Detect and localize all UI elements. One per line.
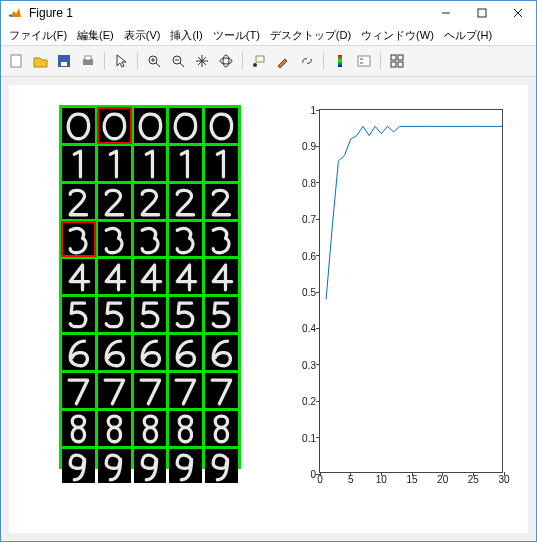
digit-cell	[62, 259, 95, 294]
digit-cell	[169, 335, 202, 370]
digit-cell	[98, 184, 131, 219]
digit-cell	[62, 411, 95, 446]
layout-button[interactable]	[386, 50, 408, 72]
digit-cell	[205, 184, 238, 219]
window-title: Figure 1	[29, 6, 428, 20]
toolbar-separator	[104, 52, 105, 70]
digit-cell	[205, 259, 238, 294]
toolbar-separator	[242, 52, 243, 70]
menu-bar: ファイル(F) 編集(E) 表示(V) 挿入(I) ツール(T) デスクトップ(…	[1, 25, 536, 45]
digit-cell	[98, 335, 131, 370]
digit-cell	[134, 335, 167, 370]
menu-help[interactable]: ヘルプ(H)	[440, 26, 496, 45]
xtick-label: 5	[348, 472, 354, 485]
digit-cell	[98, 411, 131, 446]
ytick-label: 0.6	[302, 250, 320, 261]
brush-button[interactable]	[272, 50, 294, 72]
zoom-out-button[interactable]	[167, 50, 189, 72]
digit-cell	[205, 146, 238, 181]
digit-cell	[169, 259, 202, 294]
svg-rect-16	[391, 62, 396, 67]
svg-point-11	[253, 63, 257, 67]
ytick-label: 0.5	[302, 287, 320, 298]
svg-rect-13	[358, 56, 370, 66]
digit-cell	[134, 184, 167, 219]
plot-line	[320, 110, 502, 472]
digit-cell	[169, 411, 202, 446]
menu-window[interactable]: ウィンドウ(W)	[357, 26, 438, 45]
plot-axes[interactable]: 00.10.20.30.40.50.60.70.80.9105101520253…	[319, 109, 503, 473]
pan-button[interactable]	[191, 50, 213, 72]
ytick-label: 1	[310, 105, 320, 116]
digit-cell	[205, 222, 238, 257]
ytick-label: 0.7	[302, 214, 320, 225]
xtick-label: 0	[317, 472, 323, 485]
new-button[interactable]	[5, 50, 27, 72]
svg-rect-1	[11, 55, 21, 67]
digit-cell	[169, 146, 202, 181]
menu-insert[interactable]: 挿入(I)	[166, 26, 206, 45]
figure-area: 00.10.20.30.40.50.60.70.80.9105101520253…	[9, 85, 528, 533]
digit-cell	[62, 184, 95, 219]
menu-desktop[interactable]: デスクトップ(D)	[266, 26, 355, 45]
digit-cell	[169, 373, 202, 408]
maximize-button[interactable]	[464, 1, 500, 25]
ytick-label: 0.4	[302, 323, 320, 334]
zoom-in-button[interactable]	[143, 50, 165, 72]
digit-image-grid	[59, 105, 241, 469]
digit-cell	[98, 297, 131, 332]
datatip-button[interactable]	[248, 50, 270, 72]
digit-cell	[62, 297, 95, 332]
digit-cell	[205, 297, 238, 332]
digit-cell	[62, 146, 95, 181]
digit-cell	[62, 222, 95, 257]
ytick-label: 0.2	[302, 396, 320, 407]
open-button[interactable]	[29, 50, 51, 72]
digit-cell	[134, 259, 167, 294]
digit-cell	[169, 222, 202, 257]
menu-edit[interactable]: 編集(E)	[73, 26, 118, 45]
digit-cell	[98, 373, 131, 408]
colorbar-button[interactable]	[329, 50, 351, 72]
close-button[interactable]	[500, 1, 536, 25]
toolbar-separator	[323, 52, 324, 70]
xtick-label: 10	[376, 472, 387, 485]
ytick-label: 0.3	[302, 359, 320, 370]
menu-tools[interactable]: ツール(T)	[209, 26, 264, 45]
figure-window: Figure 1 ファイル(F) 編集(E) 表示(V) 挿入(I) ツール(T…	[0, 0, 537, 542]
digit-cell	[98, 259, 131, 294]
svg-rect-12	[338, 55, 342, 67]
toolbar-separator	[137, 52, 138, 70]
xtick-label: 30	[498, 472, 509, 485]
xtick-label: 15	[406, 472, 417, 485]
rotate3d-button[interactable]	[215, 50, 237, 72]
minimize-button[interactable]	[428, 1, 464, 25]
svg-rect-5	[85, 56, 91, 60]
digit-cell	[62, 108, 95, 143]
menu-view[interactable]: 表示(V)	[120, 26, 165, 45]
print-button[interactable]	[77, 50, 99, 72]
link-button[interactable]	[296, 50, 318, 72]
title-bar[interactable]: Figure 1	[1, 1, 536, 25]
save-button[interactable]	[53, 50, 75, 72]
digit-cell	[62, 335, 95, 370]
digit-cell	[98, 222, 131, 257]
svg-rect-15	[398, 55, 403, 60]
digit-cell	[62, 449, 95, 484]
svg-rect-3	[61, 62, 67, 66]
digit-cell	[205, 108, 238, 143]
svg-rect-0	[478, 9, 486, 17]
pointer-button[interactable]	[110, 50, 132, 72]
ytick-label: 0.8	[302, 177, 320, 188]
legend-button[interactable]	[353, 50, 375, 72]
toolbar	[1, 45, 536, 77]
toolbar-separator	[380, 52, 381, 70]
menu-file[interactable]: ファイル(F)	[5, 26, 71, 45]
svg-point-9	[223, 55, 229, 67]
svg-rect-10	[256, 56, 264, 62]
xtick-label: 25	[468, 472, 479, 485]
digit-cell	[169, 108, 202, 143]
digit-cell	[205, 373, 238, 408]
matlab-icon	[7, 5, 23, 21]
digit-cell	[134, 222, 167, 257]
